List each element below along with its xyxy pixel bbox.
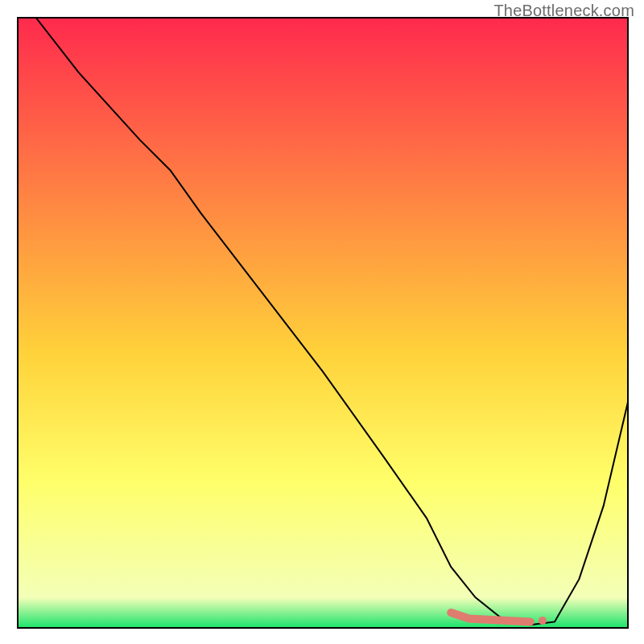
chart-svg [0,0,644,644]
plot-background [18,18,628,628]
valley-dot [539,617,547,625]
chart-container: { "watermark": "TheBottleneck.com", "cha… [0,0,644,644]
watermark-text: TheBottleneck.com [493,2,634,20]
